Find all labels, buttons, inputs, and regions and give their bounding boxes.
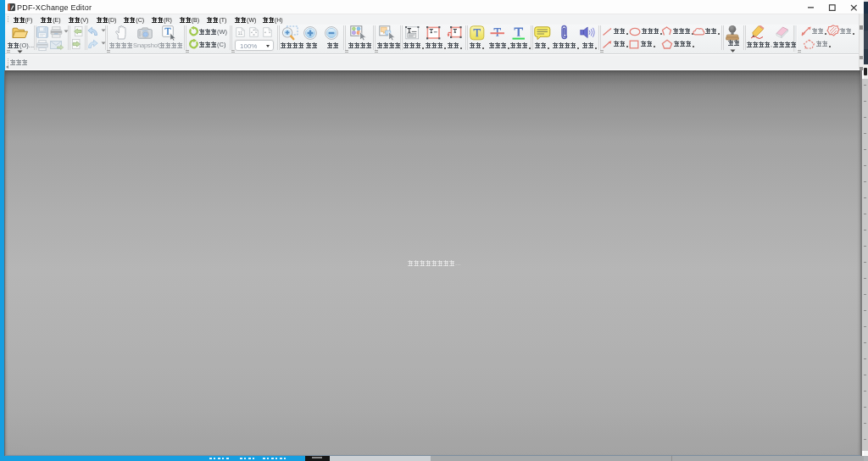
svg-text:11: 11: [238, 31, 243, 36]
